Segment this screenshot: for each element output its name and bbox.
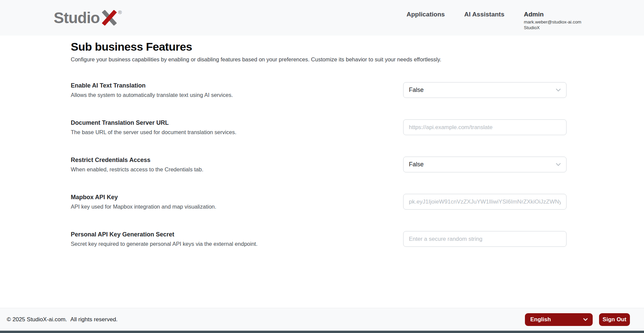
page-title: Sub business Features — [71, 40, 567, 53]
setting-row: Restrict Credentials Access When enabled… — [71, 157, 567, 173]
setting-label: Enable AI Text Translation — [71, 82, 233, 89]
user-block[interactable]: Admin mark.weber@studiox-ai.com StudioX — [524, 10, 581, 31]
nav-item-applications[interactable]: Applications — [407, 10, 445, 18]
settings-list: Enable AI Text Translation Allows the sy… — [71, 82, 567, 247]
setting-label: Document Translation Server URL — [71, 119, 236, 126]
setting-control — [403, 231, 567, 247]
setting-label: Personal API Key Generation Secret — [71, 231, 258, 238]
language-value: English — [530, 316, 551, 323]
chevron-down-icon — [555, 162, 561, 167]
footer: © 2025 StudioX-ai.com. All rights reserv… — [0, 308, 644, 333]
setting-row: Personal API Key Generation Secret Secre… — [71, 231, 567, 247]
rights-text: All rights reserved. — [70, 316, 118, 323]
chevron-down-icon — [583, 317, 588, 322]
document-translation-server-url-input[interactable] — [403, 119, 567, 135]
setting-description: The base URL of the server used for docu… — [71, 129, 236, 135]
sign-out-button[interactable]: Sign Out — [599, 313, 630, 326]
restrict-credentials-access-select[interactable]: False — [403, 157, 567, 172]
setting-description: Secret key required to generate personal… — [71, 241, 258, 247]
logo-x-icon — [100, 10, 118, 25]
page-description: Configure your business capabilities by … — [71, 56, 567, 63]
setting-text: Restrict Credentials Access When enabled… — [71, 157, 203, 173]
main-content: Sub business Features Configure your bus… — [0, 36, 644, 247]
chevron-down-icon — [555, 87, 561, 93]
setting-description: Allows the system to automatically trans… — [71, 92, 233, 98]
setting-control: False — [403, 82, 567, 98]
setting-row: Enable AI Text Translation Allows the sy… — [71, 82, 567, 98]
header-nav: Applications AI Assistants Admin mark.we… — [407, 0, 581, 31]
setting-text: Personal API Key Generation Secret Secre… — [71, 231, 258, 247]
mapbox-api-key-input[interactable] — [403, 194, 567, 210]
setting-row: Mapbox API Key API key used for Mapbox i… — [71, 194, 567, 210]
studiox-logo: Studio ® — [54, 10, 122, 25]
setting-label: Mapbox API Key — [71, 194, 216, 201]
footer-actions: English Sign Out — [525, 313, 630, 326]
user-name: Admin — [524, 10, 581, 18]
setting-description: API key used for Mapbox integration and … — [71, 204, 216, 210]
user-email: mark.weber@studiox-ai.com — [524, 19, 581, 25]
setting-control: False — [403, 157, 567, 172]
setting-text: Enable AI Text Translation Allows the sy… — [71, 82, 233, 98]
setting-control — [403, 194, 567, 210]
header: Studio ® Applications AI Assistants Admi… — [0, 0, 644, 36]
setting-label: Restrict Credentials Access — [71, 157, 203, 164]
logo-text: Studio — [54, 10, 100, 25]
footer-bar: © 2025 StudioX-ai.com. All rights reserv… — [0, 308, 644, 331]
copyright-text: © 2025 StudioX-ai.com. — [7, 316, 67, 323]
personal-api-key-generation-secret-input[interactable] — [403, 231, 567, 247]
setting-text: Document Translation Server URL The base… — [71, 119, 236, 135]
language-select[interactable]: English — [525, 313, 593, 326]
registered-trademark: ® — [118, 9, 122, 15]
setting-control — [403, 119, 567, 135]
enable-ai-text-translation-select[interactable]: False — [403, 82, 567, 98]
select-value: False — [409, 161, 424, 168]
setting-row: Document Translation Server URL The base… — [71, 119, 567, 135]
setting-text: Mapbox API Key API key used for Mapbox i… — [71, 194, 216, 210]
bottom-strip — [0, 331, 644, 333]
select-value: False — [409, 87, 424, 94]
setting-description: When enabled, restricts access to the Cr… — [71, 166, 203, 173]
user-org: StudioX — [524, 25, 581, 31]
nav-item-ai-assistants[interactable]: AI Assistants — [464, 10, 504, 18]
copyright: © 2025 StudioX-ai.com. All rights reserv… — [7, 316, 118, 323]
